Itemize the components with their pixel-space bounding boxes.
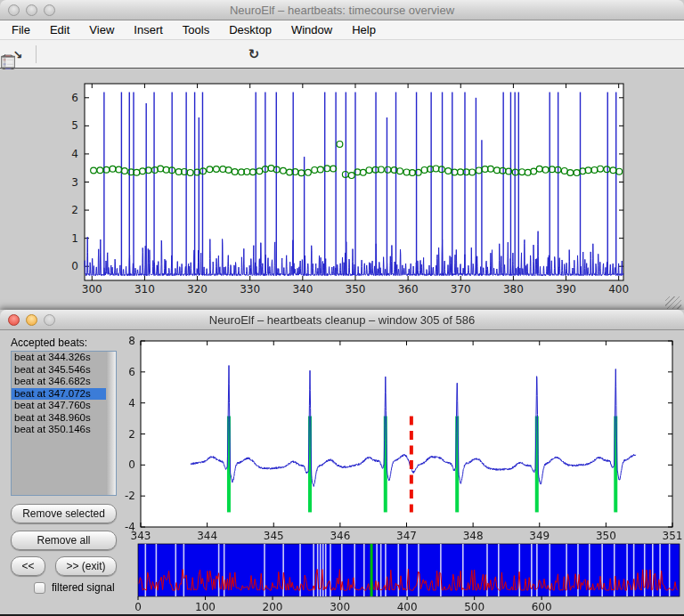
svg-text:360: 360 [398, 283, 419, 296]
overview-plot[interactable]: 3003103203303403503603703803904000123456 [0, 69, 684, 313]
resize-grip[interactable] [665, 296, 681, 309]
toolbar-button-open-folder[interactable] [69, 44, 90, 65]
svg-text:2: 2 [71, 204, 78, 216]
svg-text:600: 600 [532, 601, 552, 613]
svg-text:0: 0 [71, 260, 78, 272]
svg-text:340: 340 [292, 283, 313, 296]
svg-text:0: 0 [134, 601, 142, 613]
cleanup-plots[interactable]: 343344345346347348349350351-4-2024680100… [0, 331, 684, 616]
svg-text:3: 3 [71, 176, 78, 189]
svg-text:320: 320 [187, 283, 208, 296]
titlebar-cleanup[interactable]: NeuroElf – heartbeats cleanup – window 3… [0, 310, 684, 330]
ecg-axes [141, 341, 672, 527]
toolbar-button-data-cursor[interactable] [268, 44, 289, 65]
screen: NeuroElf – heartbeats: timecourse overvi… [0, 0, 684, 616]
svg-text:400: 400 [608, 283, 629, 296]
svg-text:100: 100 [195, 601, 216, 613]
menu-edit[interactable]: Edit [40, 21, 79, 38]
svg-text:4: 4 [71, 148, 78, 160]
svg-text:5: 5 [71, 119, 78, 132]
svg-text:344: 344 [197, 530, 217, 542]
window-title: NeuroElf – heartbeats cleanup – window 3… [0, 313, 684, 327]
toolbar-button-pointer[interactable] [143, 44, 165, 65]
svg-text:348: 348 [463, 530, 484, 542]
cleanup-content: Accepted beats: beat at 344.326sbeat at … [0, 331, 684, 616]
svg-text:346: 346 [330, 530, 350, 542]
svg-text:370: 370 [451, 283, 471, 296]
rotate-3d-icon: ↻ [248, 46, 260, 62]
toolbar-button-print[interactable] [118, 44, 140, 65]
window-title: NeuroElf – heartbeats: timecourse overvi… [0, 4, 684, 17]
toolbar-button-rotate-3d[interactable]: ↻ [243, 44, 265, 65]
overview-axes [85, 84, 623, 280]
window-timecourse-overview: NeuroElf – heartbeats: timecourse overvi… [0, 0, 684, 313]
toolbar-button-pan[interactable] [218, 44, 240, 65]
titlebar-overview[interactable]: NeuroElf – heartbeats: timecourse overvi… [0, 0, 684, 20]
menu-view[interactable]: View [79, 21, 124, 38]
svg-text:349: 349 [529, 530, 550, 542]
svg-text:-4: -4 [125, 521, 135, 533]
toolbar-separator [36, 45, 37, 63]
menu-help[interactable]: Help [342, 21, 386, 38]
svg-text:350: 350 [596, 530, 616, 542]
svg-text:351: 351 [663, 530, 683, 542]
svg-text:200: 200 [263, 601, 283, 613]
svg-text:380: 380 [503, 283, 524, 296]
menu-window[interactable]: Window [281, 21, 342, 38]
svg-text:2: 2 [128, 428, 135, 441]
svg-text:347: 347 [396, 530, 417, 542]
svg-text:1: 1 [71, 232, 78, 245]
svg-text:345: 345 [264, 530, 284, 542]
svg-text:310: 310 [134, 283, 155, 296]
menu-tools[interactable]: Tools [173, 21, 219, 38]
svg-text:330: 330 [240, 283, 260, 296]
toolbar-button-zoom-in[interactable] [168, 44, 190, 65]
toolbar-button-legend[interactable] [318, 44, 339, 65]
toolbar-button-disabled-square [343, 44, 364, 65]
menu-insert[interactable]: Insert [124, 21, 173, 38]
menu-bar: FileEditViewInsertToolsDesktopWindowHelp [0, 20, 684, 40]
svg-text:4: 4 [128, 397, 135, 409]
menu-file[interactable]: File [2, 21, 40, 38]
toolbar-button-disabled-rect [368, 44, 389, 65]
svg-text:400: 400 [397, 601, 418, 613]
toolbar-button-zoom-out[interactable] [193, 44, 215, 65]
svg-text:0: 0 [128, 458, 135, 471]
window-heartbeats-cleanup: NeuroElf – heartbeats cleanup – window 3… [0, 310, 684, 616]
svg-text:6: 6 [128, 366, 135, 378]
toolbar: ↘↻ [0, 40, 684, 69]
svg-text:500: 500 [464, 601, 484, 613]
svg-text:8: 8 [128, 335, 135, 347]
svg-text:300: 300 [82, 283, 102, 296]
svg-text:390: 390 [556, 283, 576, 296]
svg-text:300: 300 [330, 601, 350, 613]
toolbar-button-new-document[interactable] [44, 44, 65, 65]
svg-text:6: 6 [71, 92, 78, 104]
toolbar-button-save[interactable] [94, 44, 115, 65]
toolbar-button-colorbar[interactable] [293, 44, 314, 65]
svg-text:350: 350 [346, 283, 366, 296]
menu-desktop[interactable]: Desktop [219, 21, 281, 38]
svg-text:-2: -2 [125, 490, 135, 502]
